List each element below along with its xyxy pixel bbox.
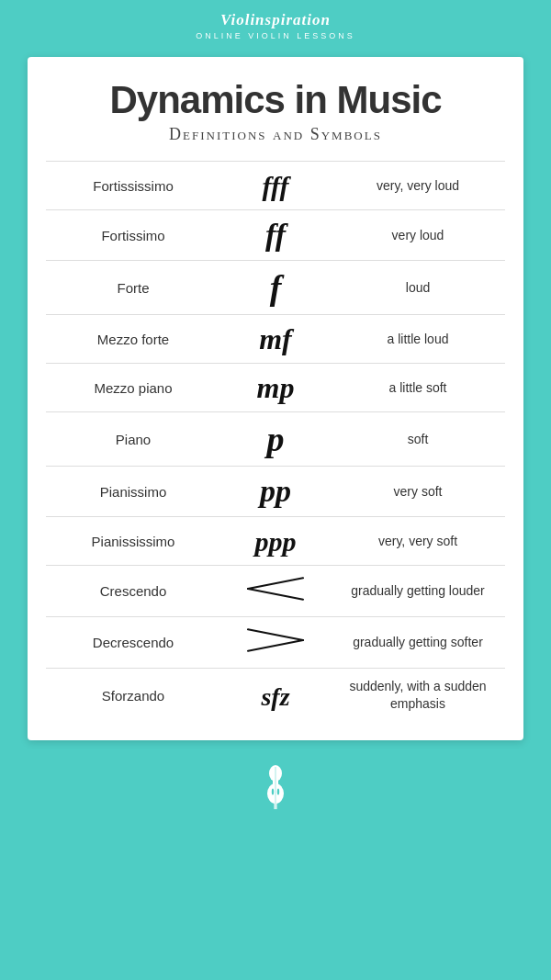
term-definition: very soft xyxy=(331,467,505,517)
term-symbol: mp xyxy=(220,364,331,412)
term-definition: very, very loud xyxy=(331,162,505,210)
table-row: Decrescendo gradually getting softer xyxy=(46,617,505,669)
violin-icon xyxy=(262,764,289,810)
table-row: Pianissimo pp very soft xyxy=(46,467,505,517)
table-row: Mezzo forte mf a little loud xyxy=(46,315,505,364)
term-name: Fortissimo xyxy=(46,210,220,261)
svg-line-3 xyxy=(248,640,303,651)
term-name: Fortississimo xyxy=(46,162,220,210)
table-row: Forte f loud xyxy=(46,261,505,315)
dynamics-table: Fortississimo fff very, very loud Fortis… xyxy=(46,161,505,722)
table-row: Pianississimo ppp very, very soft xyxy=(46,517,505,566)
term-definition: very, very soft xyxy=(331,517,505,566)
term-definition: gradually getting softer xyxy=(331,617,505,669)
term-definition: a little loud xyxy=(331,315,505,364)
term-symbol: pp xyxy=(220,467,331,517)
footer-bar xyxy=(0,751,551,827)
term-name: Forte xyxy=(46,261,220,315)
table-row: Fortississimo fff very, very loud xyxy=(46,162,505,210)
main-card: Dynamics in Music Definitions and Symbol… xyxy=(28,57,523,740)
term-definition: soft xyxy=(331,412,505,467)
decrescendo-symbol xyxy=(220,617,331,669)
term-name: Mezzo piano xyxy=(46,364,220,412)
decrescendo-icon xyxy=(239,626,312,654)
brand-name: Violinspiration xyxy=(220,11,331,29)
term-symbol: sfz xyxy=(220,669,331,722)
page-title: Dynamics in Music xyxy=(46,79,505,121)
svg-line-0 xyxy=(248,579,303,590)
term-name: Pianississimo xyxy=(46,517,220,566)
term-symbol: fff xyxy=(220,162,331,210)
term-name: Mezzo forte xyxy=(46,315,220,364)
svg-point-8 xyxy=(272,788,274,794)
term-definition: gradually getting louder xyxy=(331,566,505,617)
svg-line-2 xyxy=(248,630,303,641)
term-symbol: f xyxy=(220,261,331,315)
crescendo-symbol xyxy=(220,566,331,617)
term-definition: very loud xyxy=(331,210,505,261)
crescendo-icon xyxy=(239,575,312,603)
svg-point-9 xyxy=(277,788,279,794)
term-symbol: p xyxy=(220,412,331,467)
page-subtitle: Definitions and Symbols xyxy=(46,125,505,144)
brand-sub: Online Violin Lessons xyxy=(196,31,355,40)
svg-line-1 xyxy=(248,589,303,600)
top-bar: Violinspiration Online Violin Lessons xyxy=(0,0,551,50)
table-row: Sforzando sfz suddenly, with a sudden em… xyxy=(46,669,505,722)
term-symbol: ppp xyxy=(220,517,331,566)
term-name: Crescendo xyxy=(46,566,220,617)
table-row: Crescendo gradually getting louder xyxy=(46,566,505,617)
table-row: Mezzo piano mp a little soft xyxy=(46,364,505,412)
term-definition: loud xyxy=(331,261,505,315)
term-name: Piano xyxy=(46,412,220,467)
term-definition: a little soft xyxy=(331,364,505,412)
term-symbol: ff xyxy=(220,210,331,261)
term-name: Pianissimo xyxy=(46,467,220,517)
term-symbol: mf xyxy=(220,315,331,364)
table-row: Piano p soft xyxy=(46,412,505,467)
table-row: Fortissimo ff very loud xyxy=(46,210,505,261)
term-name: Decrescendo xyxy=(46,617,220,669)
term-name: Sforzando xyxy=(46,669,220,722)
term-definition: suddenly, with a sudden emphasis xyxy=(331,669,505,722)
